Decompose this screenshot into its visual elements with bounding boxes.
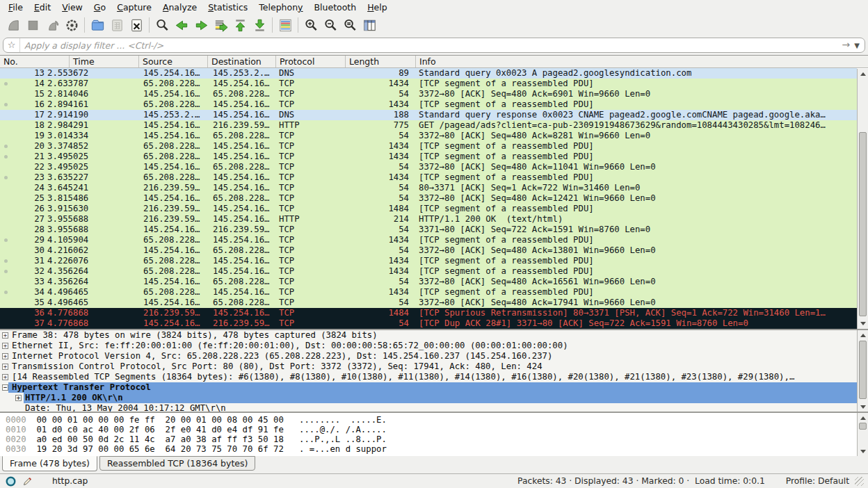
scroll-track[interactable]	[858, 423, 868, 446]
hex-row-0030[interactable]: 0030 19 20 3d 97 00 00 65 6e 64 20 73 75…	[0, 444, 868, 454]
column-header-no[interactable]: No.	[0, 56, 70, 67]
packet-row-23[interactable]: 233.63522765.208.228…145.254.16…TCP1434[…	[0, 172, 857, 183]
go-first-icon[interactable]	[230, 16, 250, 35]
capture-options-icon[interactable]	[62, 16, 81, 35]
scroll-down-icon[interactable]	[858, 446, 868, 456]
scroll-up-icon[interactable]	[858, 330, 868, 340]
menu-edit[interactable]: Edit	[29, 1, 56, 13]
packet-row-20[interactable]: 203.37485265.208.228…145.254.16…TCP1434[…	[0, 141, 857, 152]
packet-row-33[interactable]: 334.356264145.254.16…65.208.228…TCP54337…	[0, 277, 857, 287]
packet-row-13[interactable]: 132.553672145.254.16…145.253.2.…DNS89Sta…	[0, 68, 857, 79]
expand-icon[interactable]: +	[15, 395, 22, 401]
packet-row-21[interactable]: 213.49502565.208.228…145.254.16…TCP1434[…	[0, 152, 857, 162]
go-last-icon[interactable]	[250, 16, 269, 35]
column-header-info[interactable]: Info	[416, 56, 868, 67]
expand-icon[interactable]: +	[2, 353, 8, 359]
hex-row-0010[interactable]: 0010 01 d0 c0 ac 40 00 2f 06 2f e0 41 d0…	[0, 425, 868, 434]
packet-row-16[interactable]: 162.89416165.208.228…145.254.16…TCP1434[…	[0, 99, 857, 110]
scroll-down-icon[interactable]	[858, 402, 868, 412]
scroll-up-icon[interactable]	[858, 69, 868, 79]
packet-row-25[interactable]: 253.815486145.254.16…65.208.228…TCP54337…	[0, 193, 857, 204]
hex-row-0000[interactable]: 0000 00 00 01 00 00 00 fe ff 20 00 01 00…	[0, 415, 868, 425]
packet-row-26[interactable]: 263.915630216.239.59…145.254.16…TCP1484[…	[0, 204, 857, 214]
menu-statistics[interactable]: Statistics	[202, 1, 253, 13]
zoom-out-icon[interactable]	[321, 16, 340, 35]
detail-line-4[interactable]: +[14 Reassembled TCP Segments (18364 byt…	[0, 372, 857, 382]
detail-line-2[interactable]: +Internet Protocol Version 4, Src: 65.20…	[0, 351, 857, 361]
collapse-icon[interactable]: −	[2, 384, 8, 391]
go-to-packet-icon[interactable]	[211, 16, 230, 35]
packet-row-36[interactable]: 364.776868216.239.59…145.254.16…TCP1484[…	[0, 308, 857, 318]
tab-reassembled-tcp[interactable]: Reassembled TCP (18364 bytes)	[99, 456, 255, 471]
capture-comment-icon[interactable]	[22, 476, 33, 487]
expand-icon[interactable]: +	[2, 364, 8, 370]
packet-row-29[interactable]: 294.10590465.208.228…145.254.16…TCP1434[…	[0, 235, 857, 245]
packet-row-32[interactable]: 324.35626465.208.228…145.254.16…TCP1434[…	[0, 266, 857, 277]
scroll-track[interactable]	[858, 340, 868, 402]
close-file-icon[interactable]	[127, 16, 146, 35]
colorize-icon[interactable]	[275, 16, 295, 35]
resize-grip[interactable]	[855, 477, 864, 486]
packet-row-37[interactable]: 374.776868145.254.16…216.239.59…TCP54[TC…	[0, 318, 857, 329]
zoom-in-icon[interactable]	[301, 16, 321, 35]
detail-line-3[interactable]: +Transmission Control Protocol, Src Port…	[0, 361, 857, 372]
menu-help[interactable]: Help	[362, 1, 393, 13]
detail-line-7[interactable]: Date: Thu, 13 May 2004 10:17:12 GMT\r\n	[0, 403, 857, 412]
packet-row-34[interactable]: 344.49646565.208.228…145.254.16…TCP1434[…	[0, 287, 857, 298]
menu-file[interactable]: File	[3, 1, 29, 13]
packet-row-19[interactable]: 193.014334145.254.16…65.208.228…TCP54337…	[0, 131, 857, 141]
filter-dropdown-icon[interactable]: ▼	[854, 42, 865, 49]
column-header-destination[interactable]: Destination	[208, 56, 276, 67]
packet-row-22[interactable]: 223.495025145.254.16…65.208.228…TCP54337…	[0, 162, 857, 172]
packet-row-15[interactable]: 152.814046145.254.16…65.208.228…TCP54337…	[0, 89, 857, 99]
bytes-scrollbar[interactable]	[857, 413, 868, 456]
packet-row-31[interactable]: 314.22607665.208.228…145.254.16…TCP1434[…	[0, 256, 857, 266]
zoom-original-icon[interactable]	[340, 16, 360, 35]
tab-frame[interactable]: Frame (478 bytes)	[2, 456, 97, 471]
packet-row-18[interactable]: 182.984291145.254.16…216.239.59…HTTP775G…	[0, 120, 857, 131]
details-scrollbar[interactable]	[857, 330, 868, 412]
scroll-thumb[interactable]	[859, 341, 867, 399]
profile-label[interactable]: Profile: Default	[786, 476, 849, 486]
detail-line-6[interactable]: +HTTP/1.1 200 OK\r\n	[0, 393, 857, 403]
filter-bookmark-icon[interactable]: ☆	[3, 38, 20, 52]
scroll-up-icon[interactable]	[858, 413, 868, 423]
scroll-down-icon[interactable]	[858, 318, 868, 328]
menu-analyze[interactable]: Analyze	[157, 1, 202, 13]
expand-icon[interactable]: +	[2, 374, 8, 380]
menu-go[interactable]: Go	[88, 1, 111, 13]
expand-icon[interactable]: +	[2, 332, 8, 339]
detail-line-0[interactable]: +Frame 38: 478 bytes on wire (3824 bits)…	[0, 330, 857, 341]
column-header-protocol[interactable]: Protocol	[276, 56, 346, 67]
menu-view[interactable]: View	[56, 1, 88, 13]
filter-apply-icon[interactable]: →	[842, 39, 855, 51]
menu-capture[interactable]: Capture	[111, 1, 157, 13]
detail-line-1[interactable]: +Ethernet II, Src: fe:ff:20:00:01:00 (fe…	[0, 341, 857, 351]
packet-list-scrollbar[interactable]	[857, 69, 868, 329]
expand-icon[interactable]: +	[2, 343, 8, 349]
packet-row-30[interactable]: 304.216062145.254.16…65.208.228…TCP54337…	[0, 245, 857, 256]
resize-columns-icon[interactable]	[360, 16, 379, 35]
detail-line-5[interactable]: −Hypertext Transfer Protocol	[0, 382, 857, 393]
open-file-icon[interactable]	[88, 16, 107, 35]
packet-row-14[interactable]: 142.63378765.208.228…145.254.16…TCP1434[…	[0, 79, 857, 89]
packet-row-17[interactable]: 172.914190145.253.2.…145.254.16…DNS188St…	[0, 110, 857, 120]
column-header-time[interactable]: Time	[70, 56, 139, 67]
expert-info-icon[interactable]	[6, 476, 16, 487]
go-forward-icon[interactable]	[191, 16, 211, 35]
packet-row-27[interactable]: 273.955688216.239.59…145.254.16…HTTP214H…	[0, 214, 857, 225]
packet-row-28[interactable]: 283.955688145.254.16…216.239.59…TCP54337…	[0, 225, 857, 235]
go-back-icon[interactable]	[172, 16, 191, 35]
column-header-source[interactable]: Source	[139, 56, 208, 67]
scroll-thumb[interactable]	[859, 423, 867, 430]
display-filter-input[interactable]	[20, 40, 842, 51]
menu-bluetooth[interactable]: Bluetooth	[309, 1, 362, 13]
hex-row-0020[interactable]: 0020 a0 ed 00 50 0d 2c 11 4c a7 a0 38 af…	[0, 434, 868, 444]
scroll-thumb[interactable]	[859, 132, 867, 316]
packet-row-24[interactable]: 243.645241216.239.59…145.254.16…TCP5480→…	[0, 183, 857, 193]
packet-row-35[interactable]: 354.496465145.254.16…65.208.228…TCP54337…	[0, 298, 857, 308]
menu-telephony[interactable]: Telephony	[253, 1, 308, 13]
find-packet-icon[interactable]	[152, 16, 172, 35]
scroll-track[interactable]	[858, 79, 868, 318]
column-header-length[interactable]: Length	[346, 56, 416, 67]
